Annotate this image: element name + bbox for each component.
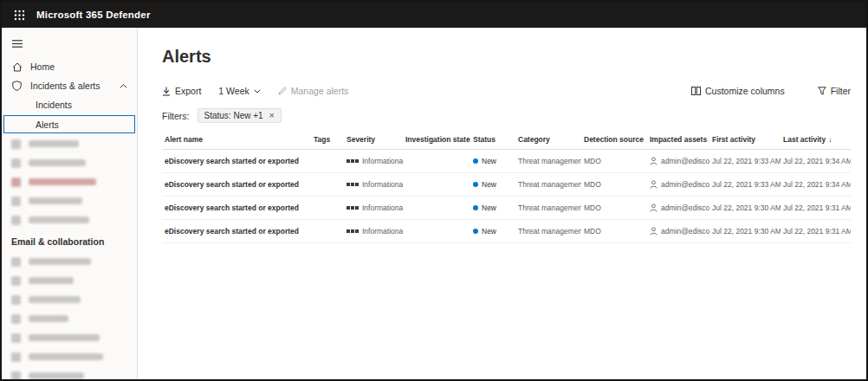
alert-name-cell[interactable]: eDiscovery search started or exported [162, 150, 311, 172]
sidebar-item-redacted[interactable] [2, 271, 137, 290]
table-header-row: Alert name Tags Severity Investigation s… [162, 130, 851, 150]
impacted-assets-cell: admin@ediscode... [647, 220, 709, 242]
person-icon [650, 157, 657, 165]
column-header-last-activity[interactable]: Last activity↓ [781, 130, 851, 149]
status-cell: New [470, 220, 515, 242]
column-header-severity[interactable]: Severity [344, 130, 403, 149]
toolbar: Export 1 Week Manage alerts [162, 82, 851, 100]
sidebar-item-redacted[interactable] [2, 290, 137, 309]
last-activity-cell: Jul 22, 2021 9:34 AM [781, 150, 851, 172]
column-header-detection-source[interactable]: Detection source [581, 130, 647, 149]
redacted-icon [11, 257, 21, 267]
redacted-icon [11, 352, 21, 362]
sidebar-item-redacted[interactable] [2, 366, 137, 379]
first-activity-cell: Jul 22, 2021 9:33 AM [709, 173, 781, 196]
sidebar-item-label: Home [30, 61, 55, 72]
table-row[interactable]: eDiscovery search started or exported In… [162, 150, 851, 173]
status-new-dot-icon [473, 229, 478, 234]
filter-chip-status[interactable]: Status: New +1 × [198, 108, 282, 123]
sidebar-item-label: Incidents & alerts [30, 81, 100, 91]
redacted-icon [11, 139, 21, 149]
alert-name-cell[interactable]: eDiscovery search started or exported [162, 197, 311, 219]
category-cell: Threat management [515, 197, 581, 219]
sidebar-item-home[interactable]: Home [2, 57, 137, 76]
app-launcher-icon[interactable] [12, 8, 26, 22]
detection-source-cell: MDO [581, 220, 647, 242]
export-button[interactable]: Export [162, 86, 201, 96]
severity-cell: Informational [344, 220, 403, 242]
category-cell: Threat management [515, 220, 581, 242]
impacted-assets-cell: admin@ediscode... [647, 197, 709, 219]
column-header-status[interactable]: Status [470, 130, 515, 149]
column-header-impacted-assets[interactable]: Impacted assets [647, 130, 709, 149]
sidebar-item-redacted[interactable] [2, 347, 137, 366]
hamburger-icon [12, 40, 23, 48]
sidebar-item-redacted[interactable] [2, 134, 137, 153]
sidebar-item-incidents[interactable]: Incidents [2, 95, 137, 114]
home-icon [11, 62, 23, 72]
sidebar-item-label: Alerts [36, 119, 59, 130]
detection-source-cell: MDO [581, 197, 647, 219]
sidebar-item-alerts[interactable]: Alerts [3, 115, 135, 133]
page-title: Alerts [162, 47, 851, 67]
investigation-state-cell [403, 201, 470, 215]
customize-columns-button[interactable]: Customize columns [691, 86, 785, 96]
person-icon [650, 203, 657, 212]
app-window: Microsoft 365 Defender Home Incidents & … [0, 0, 868, 381]
shield-icon [11, 81, 23, 91]
sidebar-item-incidents-alerts[interactable]: Incidents & alerts [2, 76, 137, 95]
time-range-dropdown[interactable]: 1 Week [218, 86, 260, 96]
filters-row: Filters: Status: New +1 × [162, 108, 851, 123]
sidebar-item-redacted[interactable] [2, 191, 137, 210]
column-header-tags[interactable]: Tags [311, 130, 344, 149]
chevron-up-icon [120, 84, 127, 88]
table-row[interactable]: eDiscovery search started or exported In… [162, 197, 851, 220]
investigation-state-cell [403, 154, 470, 168]
sidebar-item-redacted[interactable] [2, 309, 137, 328]
status-new-dot-icon [473, 158, 478, 164]
severity-blocks-icon [347, 183, 359, 186]
table-row[interactable]: eDiscovery search started or exported In… [162, 173, 851, 197]
impacted-assets-cell: admin@ediscode... [647, 173, 709, 196]
severity-blocks-icon [347, 159, 359, 163]
columns-icon [691, 87, 701, 95]
redacted-icon [11, 178, 21, 187]
redacted-icon [11, 371, 21, 380]
alert-name-cell[interactable]: eDiscovery search started or exported [162, 220, 311, 242]
investigation-state-cell [403, 224, 470, 238]
filter-button[interactable]: Filter [818, 86, 851, 96]
sort-descending-icon: ↓ [828, 135, 832, 144]
close-icon[interactable]: × [269, 111, 275, 120]
sidebar-section-email-collaboration: Email & collaboration [2, 229, 137, 252]
tags-cell [311, 201, 344, 215]
filters-label: Filters: [162, 111, 190, 121]
alert-name-cell[interactable]: eDiscovery search started or exported [162, 173, 311, 196]
table-row[interactable]: eDiscovery search started or exported In… [162, 220, 851, 243]
download-icon [162, 87, 171, 96]
detection-source-cell: MDO [581, 173, 647, 196]
sidebar-item-redacted[interactable] [2, 252, 137, 271]
redacted-icon [11, 276, 21, 286]
redacted-icon [11, 295, 21, 305]
column-header-alert-name[interactable]: Alert name [162, 130, 311, 149]
column-header-first-activity[interactable]: First activity [709, 130, 781, 149]
severity-cell: Informational [344, 150, 403, 172]
redacted-icon [11, 333, 21, 343]
manage-alerts-button[interactable]: Manage alerts [278, 86, 349, 96]
sidebar-item-redacted[interactable] [2, 172, 137, 191]
first-activity-cell: Jul 22, 2021 9:30 AM [709, 197, 781, 219]
person-icon [650, 227, 657, 236]
column-header-investigation-state[interactable]: Investigation state [403, 130, 470, 149]
sidebar-item-redacted[interactable] [2, 210, 137, 229]
redacted-icon [11, 197, 21, 206]
chevron-down-icon [254, 89, 261, 94]
category-cell: Threat management [515, 173, 581, 196]
last-activity-cell: Jul 22, 2021 9:31 AM [781, 220, 851, 242]
sidebar-item-redacted[interactable] [2, 153, 137, 172]
last-activity-cell: Jul 22, 2021 9:31 AM [781, 197, 851, 219]
severity-blocks-icon [347, 206, 359, 210]
column-header-category[interactable]: Category [515, 130, 581, 149]
sidebar-item-redacted[interactable] [2, 328, 137, 347]
category-cell: Threat management [515, 150, 581, 172]
nav-collapse-button[interactable] [2, 33, 137, 54]
